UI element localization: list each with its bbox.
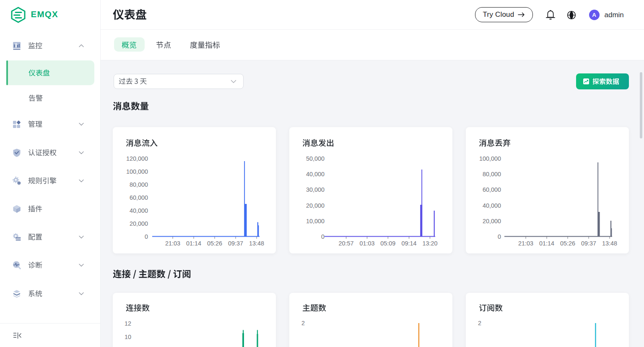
svg-text:09:37: 09:37 [228,240,243,247]
svg-text:09:37: 09:37 [581,240,596,247]
svg-text:13:48: 13:48 [249,240,264,247]
svg-text:01:14: 01:14 [186,240,201,247]
svg-text:13:48: 13:48 [602,240,617,247]
svg-text:05:26: 05:26 [207,240,222,247]
svg-text:20:57: 20:57 [339,240,354,247]
svg-text:21:03: 21:03 [518,240,533,247]
svg-text:01:14: 01:14 [539,240,554,247]
svg-text:21:03: 21:03 [165,240,180,247]
svg-text:01:03: 01:03 [359,240,374,247]
svg-text:05:26: 05:26 [560,240,575,247]
svg-text:05:09: 05:09 [380,240,395,247]
svg-text:13:20: 13:20 [422,240,437,247]
svg-text:09:14: 09:14 [402,240,417,247]
